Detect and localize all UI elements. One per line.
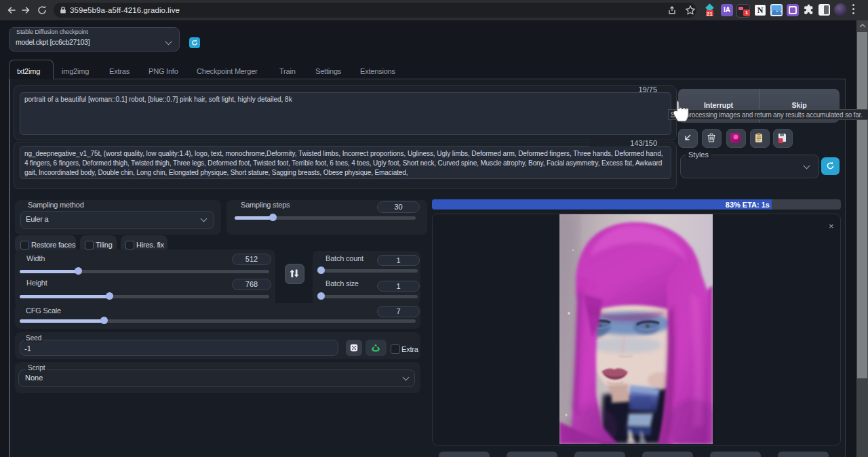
svg-text:21: 21: [707, 11, 712, 17]
